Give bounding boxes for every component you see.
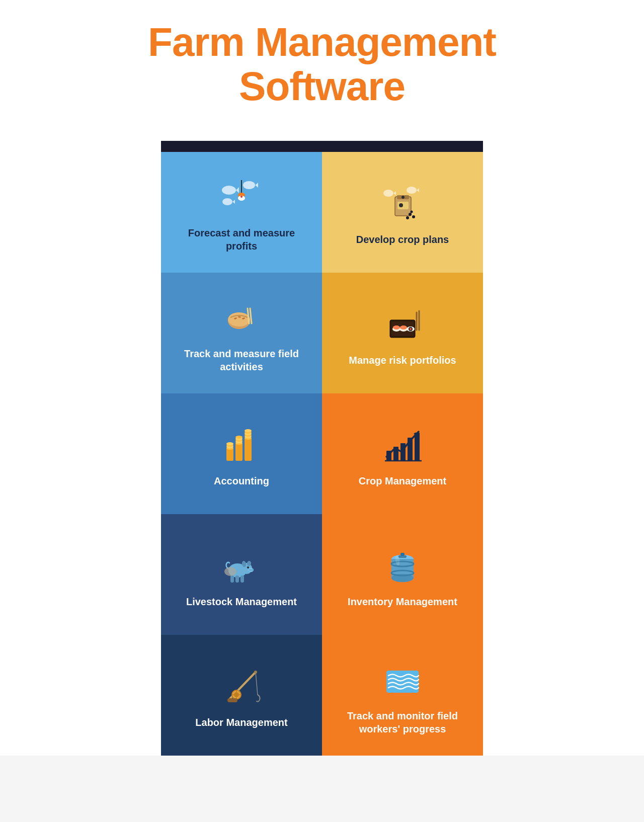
svg-rect-63 [408,438,413,461]
svg-point-71 [249,568,254,572]
livestock-icon [219,544,264,589]
svg-rect-52 [245,438,252,461]
svg-point-10 [383,190,393,197]
svg-point-17 [409,213,412,216]
svg-point-77 [224,567,236,576]
cell-crop-plans[interactable]: Develop crop plans [322,152,483,273]
svg-rect-46 [235,443,243,461]
livestock-label: Livestock Management [186,595,297,608]
risk-label: Manage risk portfolios [349,354,456,367]
svg-rect-64 [415,433,420,461]
forecast-label: Forecast and measure profits [171,226,312,253]
cell-track-field[interactable]: Track and measure field activities [161,273,322,393]
top-bar [161,141,483,152]
cell-risk[interactable]: Manage risk portfolios [322,273,483,393]
track-field-label: Track and measure field activities [171,347,312,373]
svg-rect-76 [240,576,244,583]
svg-point-20 [411,210,413,213]
svg-rect-74 [230,576,234,583]
svg-marker-3 [255,183,258,188]
fishing-float-icon [219,175,264,220]
svg-point-33 [393,325,400,330]
page-title: Farm Management Software [10,20,634,109]
svg-line-88 [256,672,258,695]
barrel-icon [380,544,425,589]
header: Farm Management Software [0,0,644,141]
svg-point-19 [406,216,409,219]
cell-crop-management[interactable]: Crop Management [322,393,483,514]
svg-point-58 [245,429,252,432]
crop-management-label: Crop Management [359,474,446,487]
svg-point-0 [222,186,236,195]
svg-point-12 [407,187,417,194]
cell-labor[interactable]: Labor Management [161,635,322,756]
svg-point-4 [222,198,232,205]
svg-line-26 [250,308,252,323]
svg-point-22 [399,203,403,207]
svg-point-24 [228,312,250,326]
svg-point-35 [400,325,407,330]
svg-marker-1 [236,187,239,193]
svg-rect-41 [226,448,233,461]
seed-bag-icon [380,182,425,227]
svg-rect-84 [400,553,405,556]
cell-livestock[interactable]: Livestock Management [161,514,322,635]
svg-marker-11 [393,191,396,195]
feature-grid: Forecast and measure profits [161,141,483,756]
cell-inventory[interactable]: Inventory Management [322,514,483,635]
accounting-label: Accounting [214,474,269,487]
svg-rect-75 [235,576,239,583]
track-workers-label: Track and monitor field workers' progres… [332,709,473,735]
svg-rect-60 [386,451,391,461]
svg-point-45 [226,442,233,445]
svg-rect-93 [227,698,237,702]
water-waves-icon [380,658,425,703]
inventory-label: Inventory Management [348,595,457,608]
cell-forecast[interactable]: Forecast and measure profits [161,152,322,273]
svg-marker-5 [232,200,235,204]
svg-point-38 [410,328,412,330]
svg-marker-13 [417,188,419,192]
svg-point-9 [240,196,243,198]
svg-point-16 [401,196,405,199]
svg-rect-62 [400,443,406,461]
cell-accounting[interactable]: Accounting [161,393,322,514]
labor-label: Labor Management [195,716,287,729]
svg-point-2 [243,181,255,189]
svg-rect-61 [393,447,398,461]
svg-point-18 [412,215,415,218]
food-icon [219,296,264,341]
cell-track-workers[interactable]: Track and monitor field workers' progres… [322,635,483,756]
svg-point-51 [235,436,243,439]
fishing-rod-icon [219,665,264,710]
crop-plans-label: Develop crop plans [356,233,449,246]
sushi-icon [380,302,425,348]
svg-point-72 [250,569,251,570]
growth-chart-icon [380,423,425,468]
coins-icon [219,423,264,468]
grid-layout: Forecast and measure profits [161,152,483,756]
svg-point-70 [247,566,249,568]
svg-point-73 [252,569,253,570]
